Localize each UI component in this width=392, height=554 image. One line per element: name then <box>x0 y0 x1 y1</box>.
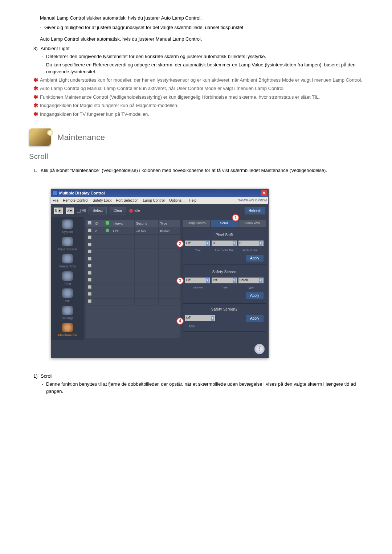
sidebar-item-settings[interactable]: Settings <box>53 305 82 322</box>
row-checkbox[interactable] <box>88 235 91 239</box>
sidebar-item-time[interactable]: Time <box>53 271 82 287</box>
apply-button[interactable]: Apply <box>246 315 264 322</box>
col-interval: Interval <box>111 220 135 228</box>
table-row[interactable] <box>86 277 180 284</box>
sidebar-item-pip[interactable]: PIP <box>53 288 82 304</box>
table-row[interactable] <box>86 249 180 256</box>
sidebar-item-input[interactable]: Input Source <box>53 236 82 253</box>
row-checkbox[interactable] <box>88 257 91 260</box>
menu-help[interactable]: Help <box>189 198 197 203</box>
label-time: Time <box>211 286 237 290</box>
table-row[interactable] <box>86 291 180 299</box>
device-grid: ID Interval Second Type 0 1 Hr 10 Sec <box>86 219 180 338</box>
row-checkbox[interactable] <box>88 271 91 275</box>
chevron-down-icon: ▾ <box>233 278 236 283</box>
window-title: Multiple Display Control <box>59 190 105 196</box>
star-icon: ✱ <box>33 77 40 84</box>
sub-text: Detekterer den omgivende lysintensitet f… <box>46 53 266 60</box>
table-row[interactable] <box>86 298 180 305</box>
all-label: All <box>82 208 86 213</box>
label-type: Type <box>237 286 264 290</box>
callout-3: 3 <box>176 277 184 284</box>
spin-2[interactable]: 0 ▾ <box>66 208 74 214</box>
panel-safety-screen2: 4 Safety Screen2 Off▾ Apply Type <box>183 303 266 332</box>
menubar: File Remote Control Safety Lock Port Sel… <box>51 197 268 204</box>
sidebar-item-image[interactable]: Image Size <box>53 253 82 270</box>
col-type: Type <box>159 220 180 228</box>
right-column: Lamp Control Scroll 1 Video Wall 2 Pixel… <box>183 219 266 338</box>
row-checkbox[interactable] <box>88 292 91 296</box>
menu-remote[interactable]: Remote Control <box>63 198 88 203</box>
apply-button[interactable]: Apply <box>246 255 264 262</box>
row-checkbox[interactable] <box>88 285 91 289</box>
header-checkbox[interactable] <box>88 221 91 225</box>
label-hdot: Horizontal Dot <box>211 248 237 253</box>
menu-file[interactable]: File <box>53 198 58 203</box>
sidebar-label: Image Size <box>53 264 82 269</box>
panel-title: Pixel Shift <box>185 232 264 238</box>
menu-lamp[interactable]: Lamp Control <box>143 198 165 203</box>
pixel-hdot-select[interactable]: 0▾ <box>212 241 237 246</box>
row-checkbox[interactable] <box>88 243 91 246</box>
panel-pixel-shift: 2 Pixel Shift Off▾ 0▾ 0▾ Time Horizontal… <box>183 229 266 265</box>
tab-scroll[interactable]: Scroll 1 <box>211 219 238 227</box>
chevron-down-icon[interactable]: ▾ <box>58 208 62 213</box>
safety-time-select[interactable]: Off▾ <box>212 278 237 283</box>
panel-title: Safety Screen <box>185 269 264 275</box>
sidebar-item-system[interactable]: System <box>53 219 82 235</box>
bottom-sub: - Denne funktion benyttes til at fjerne … <box>42 381 363 395</box>
table-row[interactable] <box>86 235 180 242</box>
intro-auto-lamp: Auto Lamp Control slukker automatisk, hv… <box>40 36 363 43</box>
table-row[interactable] <box>86 284 180 291</box>
chevron-down-icon[interactable]: ▾ <box>69 208 73 213</box>
menu-options[interactable]: Options... <box>169 198 185 203</box>
row-checkbox[interactable] <box>88 250 91 253</box>
pixel-time-select[interactable]: Off▾ <box>185 241 210 246</box>
table-row[interactable]: 0 1 Hr 10 Sec Eraser <box>86 227 180 235</box>
row-checkbox[interactable] <box>88 278 91 282</box>
row-checkbox[interactable] <box>88 299 91 303</box>
menu-port[interactable]: Port Selection <box>116 198 138 203</box>
panel-title: Safety Screen2 <box>185 307 264 312</box>
sidebar-label: Maintenance <box>53 333 82 338</box>
menu-safety[interactable]: Safety Lock <box>93 198 111 203</box>
select-button[interactable]: Select <box>89 207 107 214</box>
table-row[interactable] <box>86 256 180 263</box>
cell-second: 10 Sec <box>134 227 158 235</box>
table-row[interactable] <box>86 270 180 277</box>
item-3-sub1: - Detekterer den omgivende lysintensitet… <box>42 53 363 60</box>
main-area: ID Interval Second Type 0 1 Hr 10 Sec <box>84 217 268 340</box>
refresh-button[interactable]: Refresh <box>245 207 265 214</box>
safety2-type-select[interactable]: Off▾ <box>185 315 215 321</box>
spin-value: 0 <box>55 208 57 213</box>
step-1: 1. Klik på ikonet "Maintenance" (Vedlige… <box>33 167 363 174</box>
label-interval: Interval <box>185 286 211 290</box>
table-row[interactable] <box>86 263 180 270</box>
sidebar-item-maintenance[interactable]: Maintenance <box>53 322 82 339</box>
table-row[interactable] <box>86 242 180 249</box>
cell-interval: 1 Hr <box>111 227 135 235</box>
status-text: Idle <box>134 208 140 213</box>
info-icon[interactable]: ! <box>254 344 265 354</box>
row-status-icon <box>106 229 109 232</box>
titlebar: Multiple Display Control ✕ <box>51 189 268 197</box>
row-checkbox[interactable] <box>88 264 91 267</box>
sidebar-label: Input Source <box>53 247 82 252</box>
pixel-vline-select[interactable]: 0▾ <box>238 241 264 246</box>
callout-4: 4 <box>176 317 184 325</box>
tab-video-wall[interactable]: Video Wall <box>238 219 266 227</box>
intro-dash-text: Giver dig mulighed for at justere baggru… <box>44 24 243 31</box>
apply-button[interactable]: Apply <box>246 292 264 299</box>
all-checkbox[interactable]: All <box>77 208 86 213</box>
row-checkbox[interactable] <box>88 229 91 232</box>
item-3-num: 3) <box>33 45 41 52</box>
tab-lamp-control[interactable]: Lamp Control <box>183 219 211 227</box>
safety-type-select[interactable]: Scroll▾ <box>238 278 264 283</box>
safety-interval-select[interactable]: Off▾ <box>185 278 210 283</box>
spin-1[interactable]: 0 ▾ <box>54 208 63 214</box>
note-text: Ambient Light understøttes kun for model… <box>40 77 362 84</box>
close-icon[interactable]: ✕ <box>261 190 267 196</box>
grid-header-row: ID Interval Second Type <box>86 220 180 228</box>
clear-button[interactable]: Clear <box>110 207 126 214</box>
note-2: ✱ Auto Lamp Control og Manual Lamp Contr… <box>33 85 363 92</box>
